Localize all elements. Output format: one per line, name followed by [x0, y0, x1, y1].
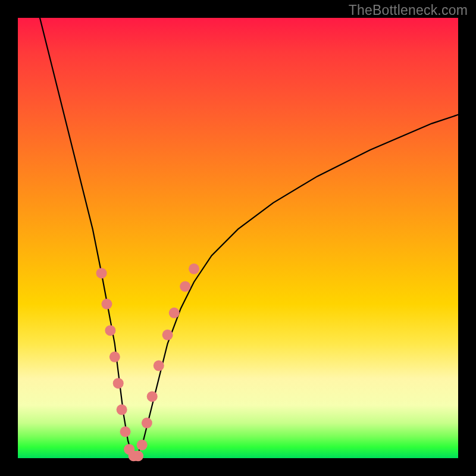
- marker-dot: [96, 268, 107, 278]
- marker-dot: [147, 391, 158, 402]
- marker-dot: [180, 281, 190, 292]
- marker-dot: [105, 325, 115, 336]
- curve-line: [40, 18, 458, 456]
- marker-dot: [142, 418, 152, 428]
- marker-dot: [162, 330, 173, 340]
- marker-dot: [109, 352, 120, 362]
- marker-dot: [101, 299, 112, 309]
- marker-dot: [189, 264, 199, 274]
- chart-svg: [18, 18, 458, 458]
- marker-dot: [169, 308, 180, 318]
- marker-group: [96, 264, 199, 462]
- marker-dot: [154, 361, 164, 371]
- chart-frame: TheBottleneck.com: [0, 0, 476, 476]
- marker-dot: [113, 378, 124, 389]
- marker-dot: [133, 450, 143, 461]
- watermark-text: TheBottleneck.com: [349, 2, 468, 18]
- marker-dot: [137, 440, 148, 450]
- marker-dot: [120, 427, 131, 437]
- plot-area: [18, 18, 458, 458]
- marker-dot: [117, 405, 127, 415]
